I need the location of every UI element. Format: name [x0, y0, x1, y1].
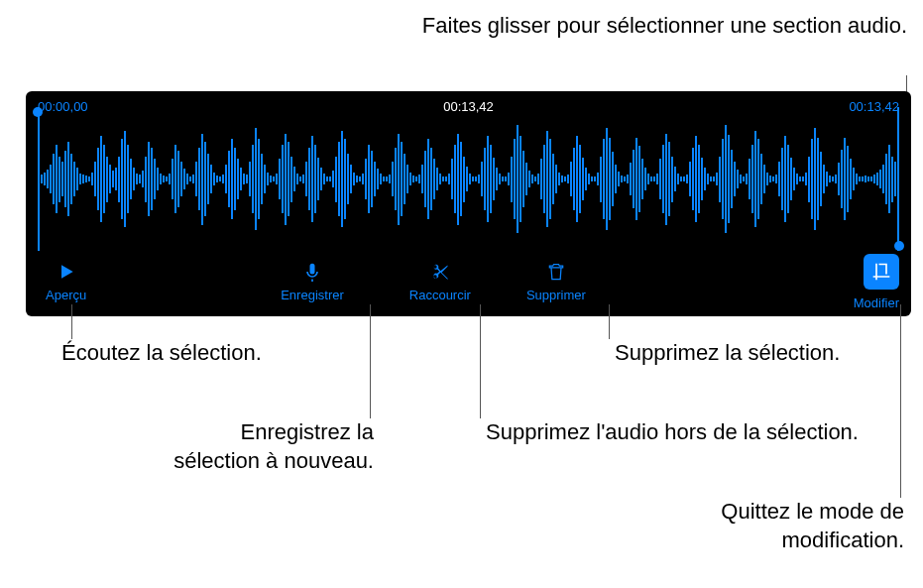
time-current: 00:13,42 [443, 99, 494, 114]
callout-line [609, 304, 610, 339]
annotation-delete-outside: Supprimez l'audio hors de la sélection. [486, 418, 859, 447]
annotation-exit-edit: Quittez le mode de modification. [684, 498, 904, 554]
trim-button[interactable]: Raccourcir [402, 256, 479, 308]
selection-handle-left[interactable] [33, 107, 43, 117]
timeline-row: 00:00,00 00:13,42 00:13,42 [26, 91, 911, 114]
time-end: 00:13,42 [849, 99, 899, 114]
callout-line [370, 304, 371, 418]
waveform[interactable] [38, 122, 899, 236]
delete-label: Supprimer [526, 288, 586, 302]
trash-icon [546, 262, 566, 282]
edit-label: Modifier [854, 295, 899, 310]
scissors-icon [430, 262, 450, 282]
record-button[interactable]: Enregistrer [273, 256, 352, 308]
microphone-icon [302, 262, 322, 282]
edit-button[interactable]: Modifier [854, 254, 899, 310]
waveform-area[interactable] [38, 122, 899, 236]
callout-line [900, 304, 901, 498]
selection-handle-right-line[interactable] [897, 107, 899, 251]
callout-line [480, 304, 481, 418]
preview-label: Aperçu [46, 288, 86, 302]
trim-label: Raccourcir [409, 288, 471, 302]
annotation-drag-select: Faites glisser pour sélectionner une sec… [422, 12, 907, 41]
annotation-delete-selection: Supprimez la sélection. [615, 339, 840, 368]
annotation-listen: Écoutez la sélection. [61, 339, 262, 368]
play-icon [57, 262, 76, 282]
editor-toolbar: Aperçu Enregistrer Raccourcir Supprimer … [26, 247, 911, 316]
audio-editor-panel: 00:00,00 00:13,42 00:13,42 Aperçu Enregi… [26, 91, 911, 316]
annotation-record-again: Enregistrez la sélection à nouveau. [159, 418, 374, 475]
record-label: Enregistrer [281, 288, 344, 302]
preview-button[interactable]: Aperçu [38, 256, 94, 308]
time-start: 00:00,00 [38, 99, 88, 114]
delete-button[interactable]: Supprimer [519, 256, 594, 308]
crop-icon [871, 262, 891, 282]
callout-line [71, 304, 72, 339]
